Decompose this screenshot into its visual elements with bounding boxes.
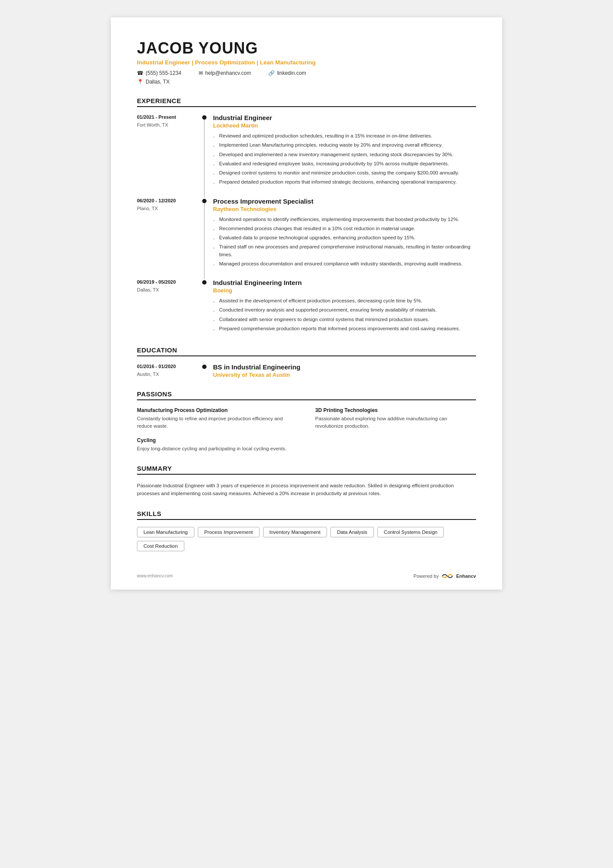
passion-desc-1: Passionate about exploring how additive … [315, 415, 476, 430]
summary-text: Passionate Industrial Engineer with 3 ye… [137, 482, 476, 498]
passions-heading: PASSIONS [137, 390, 476, 400]
bullet-2-1: Recommended process changes that resulte… [213, 225, 476, 232]
education-section: EDUCATION 01/2016 - 01/2020 Austin, TX B… [137, 346, 476, 378]
header-section: JACOB YOUNG Industrial Engineer | Proces… [137, 39, 476, 85]
exp-line-2 [204, 203, 205, 279]
bullet-3-3: Prepared comprehensive production report… [213, 325, 476, 332]
education-heading: EDUCATION [137, 346, 476, 356]
phone-icon: ☎ [137, 70, 143, 76]
passion-item-2: Cycling Enjoy long-distance cycling and … [137, 437, 298, 452]
edu-item-1: 01/2016 - 01/2020 Austin, TX BS in Indus… [137, 363, 476, 378]
skill-1: Process Improvement [198, 527, 260, 537]
enhancv-logo-icon [441, 572, 453, 580]
experience-section: EXPERIENCE 01/2021 - Present Fort Worth,… [137, 97, 476, 334]
bullet-3-0: Assisted in the development of efficient… [213, 297, 476, 305]
exp-date-1: 01/2021 - Present [137, 114, 198, 121]
exp-line-1 [204, 120, 205, 198]
passion-title-1: 3D Printing Technologies [315, 407, 476, 413]
email-contact: ✉ help@enhancv.com [199, 70, 251, 76]
linkedin-icon: 🔗 [268, 70, 275, 76]
edu-school-1: University of Texas at Austin [213, 372, 476, 378]
linkedin-contact: 🔗 linkedin.com [268, 70, 306, 76]
exp-left-2: 06/2020 - 12/2020 Plano, TX [137, 198, 204, 270]
location-contact: 📍 Dallas, TX [137, 79, 170, 85]
edu-degree-1: BS in Industrial Engineering [213, 363, 476, 371]
exp-title-1: Industrial Engineer [213, 114, 476, 121]
passion-item-1: 3D Printing Technologies Passionate abou… [315, 407, 476, 430]
email-value: help@enhancv.com [205, 70, 251, 76]
exp-dot-1 [202, 115, 207, 120]
exp-item-3: 06/2019 - 05/2020 Dallas, TX Industrial … [137, 279, 476, 334]
contact-info: ☎ (555) 555-1234 ✉ help@enhancv.com 🔗 li… [137, 70, 476, 76]
phone-contact: ☎ (555) 555-1234 [137, 70, 181, 76]
passion-title-0: Manufacturing Process Optimization [137, 407, 298, 413]
bullet-2-3: Trained staff on new processes and prepa… [213, 243, 476, 258]
resume-page: JACOB YOUNG Industrial Engineer | Proces… [111, 17, 502, 590]
bullet-2-2: Evaluated data to propose technological … [213, 234, 476, 241]
exp-company-1: Lockheed Martin [213, 122, 476, 129]
experience-heading: EXPERIENCE [137, 97, 476, 107]
passion-title-2: Cycling [137, 437, 298, 443]
exp-location-3: Dallas, TX [137, 287, 198, 292]
exp-location-2: Plano, TX [137, 206, 198, 211]
edu-date-1: 01/2016 - 01/2020 [137, 363, 198, 370]
skill-4: Control Systems Design [377, 527, 444, 537]
powered-by-label: Powered by [413, 573, 439, 579]
skill-0: Lean Manufacturing [137, 527, 194, 537]
footer-website: www.enhancv.com [137, 573, 173, 578]
passions-section: PASSIONS Manufacturing Process Optimizat… [137, 390, 476, 452]
candidate-name: JACOB YOUNG [137, 39, 476, 57]
bullet-1-1: Implemented Lean Manufacturing principle… [213, 141, 476, 149]
skills-section: SKILLS Lean Manufacturing Process Improv… [137, 510, 476, 551]
edu-location-1: Austin, TX [137, 372, 198, 377]
edu-left-1: 01/2016 - 01/2020 Austin, TX [137, 363, 204, 378]
bullet-1-0: Reviewed and optimized production schedu… [213, 132, 476, 140]
exp-company-3: Boeing [213, 287, 476, 294]
passion-desc-2: Enjoy long-distance cycling and particip… [137, 445, 298, 452]
bullet-2-4: Managed process documentation and ensure… [213, 260, 476, 268]
exp-dot-3 [202, 280, 207, 285]
bullet-1-2: Developed and implemented a new inventor… [213, 151, 476, 158]
exp-right-3: Industrial Engineering Intern Boeing Ass… [204, 279, 476, 334]
passion-desc-0: Constantly looking to refine and improve… [137, 415, 298, 430]
brand-name: Enhancv [456, 573, 476, 579]
edu-right-1: BS in Industrial Engineering University … [204, 363, 476, 378]
summary-section: SUMMARY Passionate Industrial Engineer w… [137, 465, 476, 498]
exp-date-2: 06/2020 - 12/2020 [137, 198, 198, 204]
exp-company-2: Raytheon Technologies [213, 206, 476, 212]
skills-heading: SKILLS [137, 510, 476, 520]
exp-location-1: Fort Worth, TX [137, 122, 198, 127]
bullet-2-0: Monitored operations to identify ineffic… [213, 216, 476, 223]
bullet-3-2: Collaborated with senior engineers to de… [213, 316, 476, 323]
exp-title-2: Process Improvement Specialist [213, 198, 476, 205]
passion-item-0: Manufacturing Process Optimization Const… [137, 407, 298, 430]
skill-5: Cost Reduction [137, 541, 184, 551]
exp-bullets-2: Monitored operations to identify ineffic… [213, 216, 476, 268]
location-icon: 📍 [137, 79, 143, 85]
exp-bullets-3: Assisted in the development of efficient… [213, 297, 476, 332]
exp-title-3: Industrial Engineering Intern [213, 279, 476, 286]
skill-3: Data Analysis [330, 527, 374, 537]
exp-right-2: Process Improvement Specialist Raytheon … [204, 198, 476, 270]
exp-left-1: 01/2021 - Present Fort Worth, TX [137, 114, 204, 188]
bullet-3-1: Conducted inventory analysis and support… [213, 306, 476, 314]
exp-right-1: Industrial Engineer Lockheed Martin Revi… [204, 114, 476, 188]
phone-value: (555) 555-1234 [146, 70, 181, 76]
bullet-1-3: Evaluated and redesigned employee tasks,… [213, 160, 476, 168]
footer-brand: Powered by Enhancv [413, 572, 476, 580]
bullet-1-4: Designed control systems to monitor and … [213, 169, 476, 177]
email-icon: ✉ [199, 70, 203, 76]
exp-item-1: 01/2021 - Present Fort Worth, TX Industr… [137, 114, 476, 188]
summary-heading: SUMMARY [137, 465, 476, 475]
exp-dot-2 [202, 199, 207, 203]
candidate-subtitle: Industrial Engineer | Process Optimizati… [137, 59, 476, 66]
skills-list: Lean Manufacturing Process Improvement I… [137, 527, 476, 551]
exp-date-3: 06/2019 - 05/2020 [137, 279, 198, 285]
edu-dot-1 [202, 365, 207, 369]
passions-grid: Manufacturing Process Optimization Const… [137, 407, 476, 452]
exp-left-3: 06/2019 - 05/2020 Dallas, TX [137, 279, 204, 334]
location-row: 📍 Dallas, TX [137, 79, 476, 85]
exp-bullets-1: Reviewed and optimized production schedu… [213, 132, 476, 186]
bullet-1-5: Prepared detailed production reports tha… [213, 178, 476, 186]
location-value: Dallas, TX [146, 79, 170, 85]
